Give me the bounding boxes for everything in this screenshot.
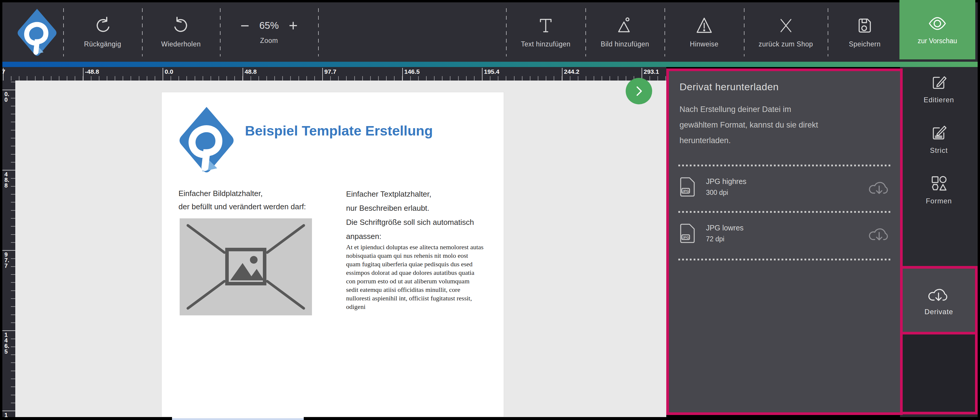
cloud-download-icon[interactable] <box>868 224 891 242</box>
zoom-label: Zoom <box>260 37 278 45</box>
collapse-panel-button[interactable] <box>626 78 652 104</box>
cloud-download-icon[interactable] <box>868 178 891 196</box>
sidebar-item-formen[interactable]: Formen <box>900 175 978 205</box>
ruler-label: 244.2 <box>564 68 579 75</box>
chevron-right-icon <box>632 84 645 97</box>
undo-label: Rückgängig <box>84 40 121 48</box>
text-icon <box>536 16 555 35</box>
ruler-label: 0.0 <box>5 91 10 103</box>
image-icon <box>616 16 635 35</box>
horizontal-ruler-minor-ticks <box>2 76 666 81</box>
save-icon <box>855 16 874 35</box>
ruler-label: 146.5 <box>5 332 10 355</box>
derivative-panel: Derivat herunterladen Nach Erstellung de… <box>666 68 903 415</box>
cloud-download-icon <box>928 285 950 303</box>
panel-title: Derivat herunterladen <box>679 81 779 92</box>
page-title[interactable]: Beispiel Template Erstellung <box>245 123 433 139</box>
ruler-label: 293.1 <box>644 68 659 75</box>
sidebar-item-label: Formen <box>926 197 952 205</box>
sidebar-item-label: Derivate <box>924 308 953 316</box>
eye-icon <box>928 15 947 32</box>
page-logo[interactable] <box>178 105 235 175</box>
redo-label: Wiederholen <box>161 40 201 48</box>
panel-description: Nach Erstellung deiner Datei im gewählte… <box>679 102 818 148</box>
redo-icon <box>172 16 191 35</box>
document-page[interactable]: Beispiel Template Erstellung Einfacher B… <box>161 92 504 417</box>
accent-gradient-bar <box>2 62 978 67</box>
warning-icon <box>695 16 714 35</box>
ruler-label: 48.8 <box>5 172 10 188</box>
zoom-group: − 65% + Zoom <box>220 2 318 62</box>
picture-icon <box>227 250 265 284</box>
save-button[interactable]: Speichern <box>828 2 902 62</box>
vertical-ruler: 0.0 48.8 97.7 146.5 195.4 <box>2 81 15 417</box>
jpg-file-icon: JPG <box>679 224 695 243</box>
left-column-caption[interactable]: Einfacher Bildplatzhalter, der befüllt u… <box>178 187 306 213</box>
download-row-highres[interactable]: JPG JPG highres 300 dpi <box>679 175 891 199</box>
toolbar: Rückgängig Wiederholen − 65% + Zoom Text… <box>2 2 978 62</box>
right-column-caption[interactable]: Einfacher Textplatzhalter, nur Beschreib… <box>346 187 474 243</box>
shapes-icon <box>930 175 948 192</box>
ruler-label: -97.7 <box>2 68 5 75</box>
sidebar-item-derivate[interactable]: Derivate <box>900 266 978 334</box>
vertical-ruler-minor-ticks <box>11 81 15 417</box>
ruler-label: -48.8 <box>85 68 99 75</box>
horizontal-ruler: -97.7 -48.8 0.0 48.8 97.7 146.5 195.4 24… <box>2 67 666 81</box>
ruler-label: 0.0 <box>165 68 173 75</box>
add-text-label: Text hinzufügen <box>521 40 571 48</box>
jpg-file-icon: JPG <box>679 177 695 197</box>
highlighted-empty-region <box>900 332 978 414</box>
hints-label: Hinweise <box>690 40 718 48</box>
sidebar-item-label: Strict <box>930 146 948 154</box>
ruler-label: 48.8 <box>245 68 257 75</box>
app-logo-icon <box>16 8 57 57</box>
dotted-separator <box>678 165 891 166</box>
add-image-label: Bild hinzufügen <box>601 40 649 48</box>
hints-button[interactable]: Hinweise <box>665 2 744 62</box>
sidebar-item-editieren[interactable]: Editieren <box>900 73 978 104</box>
preview-button[interactable]: zur Vorschau <box>899 0 975 59</box>
back-to-shop-label: zurück zum Shop <box>759 40 813 48</box>
ruler-label: 97.7 <box>5 252 10 269</box>
close-icon <box>776 16 795 35</box>
svg-text:JPG: JPG <box>682 189 689 193</box>
zoom-value: 65% <box>259 20 279 31</box>
image-placeholder[interactable] <box>180 218 312 315</box>
add-text-button[interactable]: Text hinzufügen <box>506 2 585 62</box>
derivative-dpi: 300 dpi <box>706 189 746 197</box>
next-page-peek <box>172 417 304 420</box>
canvas-area[interactable]: Beispiel Template Erstellung Einfacher B… <box>15 81 666 417</box>
zoom-in-button[interactable]: + <box>289 20 298 32</box>
ruler-label: 146.5 <box>404 68 420 75</box>
toolbar-separator <box>318 8 319 56</box>
undo-button[interactable]: Rückgängig <box>63 2 142 62</box>
editor-window: Rückgängig Wiederholen − 65% + Zoom Text… <box>0 0 980 420</box>
preview-label: zur Vorschau <box>918 37 957 45</box>
download-row-lowres[interactable]: JPG JPG lowres 72 dpi <box>679 221 891 246</box>
edit-lines-icon <box>930 124 948 142</box>
ruler-label: 97.7 <box>324 68 336 75</box>
dotted-separator <box>678 211 891 213</box>
sidebar-item-strict[interactable]: Strict <box>900 124 978 154</box>
ruler-label: 195.4 <box>484 68 500 75</box>
redo-button[interactable]: Wiederholen <box>142 2 220 62</box>
dotted-separator <box>678 259 891 260</box>
body-text-placeholder[interactable]: At et ipienduci doluptas ese alitecta ne… <box>346 243 484 311</box>
save-label: Speichern <box>849 40 881 48</box>
derivative-name: JPG lowres <box>706 224 744 232</box>
back-to-shop-button[interactable]: zurück zum Shop <box>744 2 828 62</box>
add-image-button[interactable]: Bild hinzufügen <box>585 2 665 62</box>
sidebar-item-label: Editieren <box>924 96 954 104</box>
derivative-dpi: 72 dpi <box>706 235 744 243</box>
derivative-name: JPG highres <box>706 177 746 186</box>
edit-icon <box>930 73 948 91</box>
svg-text:JPG: JPG <box>682 236 689 239</box>
zoom-out-button[interactable]: − <box>240 20 249 32</box>
undo-icon <box>93 16 112 35</box>
ruler-label: 195.4 <box>5 412 10 417</box>
